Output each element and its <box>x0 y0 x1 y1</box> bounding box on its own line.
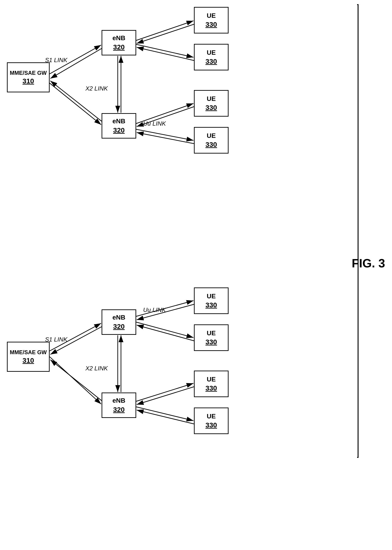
x2-link-label-1: X2 LINK <box>85 85 108 92</box>
ue-label-8: UE <box>207 412 216 420</box>
enb-num-1: 320 <box>113 42 125 51</box>
ue-1: UE 330 <box>194 7 229 34</box>
svg-line-18 <box>50 357 101 404</box>
ue-2: UE 330 <box>194 44 229 71</box>
svg-line-29 <box>137 410 194 424</box>
enb-2: eNB 320 <box>102 113 136 139</box>
ue-num-2: 330 <box>205 57 217 66</box>
uu-link-label-2: Uu LINK <box>143 306 166 314</box>
svg-line-25 <box>137 325 194 341</box>
svg-line-27 <box>137 387 194 405</box>
ue-label-1: UE <box>207 12 216 20</box>
enb-num-2: 320 <box>113 126 125 135</box>
mme-num-1: 310 <box>22 77 34 85</box>
arrows-svg <box>0 0 392 550</box>
ue-num-5: 330 <box>205 300 217 309</box>
mme-label-1: MME/SAE GW <box>10 69 47 77</box>
mme-label-2: MME/SAE GW <box>10 349 47 356</box>
ue-num-4: 330 <box>205 140 217 149</box>
ue-7: UE 330 <box>194 371 229 397</box>
ue-label-3: UE <box>207 95 216 103</box>
ue-6: UE 330 <box>194 324 229 351</box>
ue-num-6: 330 <box>205 337 217 346</box>
enb-label-1: eNB <box>112 34 125 42</box>
svg-line-15 <box>137 133 194 144</box>
enb-4: eNB 320 <box>102 393 136 418</box>
svg-line-9 <box>137 24 194 43</box>
svg-line-14 <box>136 129 193 140</box>
svg-line-28 <box>136 407 193 421</box>
ue-label-2: UE <box>207 49 216 57</box>
s1-link-label-2: S1 LINK <box>45 336 67 343</box>
svg-line-26 <box>136 383 193 401</box>
enb-label-4: eNB <box>112 396 125 405</box>
enb-label-3: eNB <box>112 313 125 322</box>
diagram: MME/SAE GW 310 eNB 320 eNB 320 UE 330 UE… <box>0 0 392 550</box>
x2-link-label-2: X2 LINK <box>85 365 108 372</box>
ue-3: UE 330 <box>194 90 229 117</box>
mme-gw-1: MME/SAE GW 310 <box>7 62 50 92</box>
ue-num-3: 330 <box>205 103 217 112</box>
ue-4: UE 330 <box>194 127 229 154</box>
ue-label-7: UE <box>207 375 216 383</box>
mme-gw-2: MME/SAE GW 310 <box>7 342 50 372</box>
ue-num-8: 330 <box>205 420 217 430</box>
fig-label: FIG. 3 <box>352 256 385 270</box>
uu-link-label-1: Uu LINK <box>143 120 166 127</box>
enb-3: eNB 320 <box>102 309 136 335</box>
s1-link-label-1: S1 LINK <box>45 56 67 64</box>
ue-8: UE 330 <box>194 408 229 434</box>
svg-line-10 <box>136 44 193 57</box>
ue-label-4: UE <box>207 132 216 140</box>
svg-line-8 <box>136 21 193 40</box>
ue-num-1: 330 <box>205 20 217 29</box>
ue-label-5: UE <box>207 292 216 300</box>
enb-num-4: 320 <box>113 405 125 414</box>
ue-label-6: UE <box>207 329 216 337</box>
ue-5: UE 330 <box>194 288 229 314</box>
enb-label-2: eNB <box>112 117 125 125</box>
enb-1: eNB 320 <box>102 30 136 56</box>
enb-num-3: 320 <box>113 322 125 331</box>
right-bracket <box>357 4 358 458</box>
ue-num-7: 330 <box>205 383 217 393</box>
svg-line-11 <box>137 47 194 61</box>
svg-line-24 <box>136 322 193 338</box>
mme-num-2: 310 <box>22 356 34 365</box>
